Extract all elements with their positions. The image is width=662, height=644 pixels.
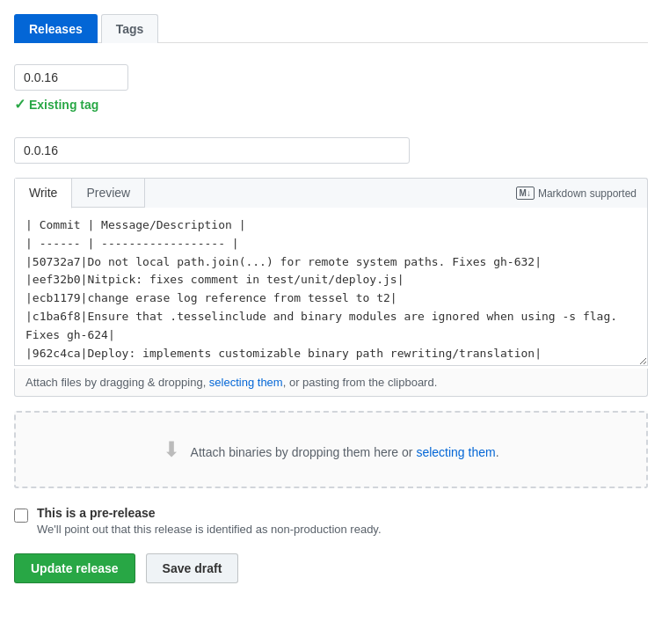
editor-tab-group: Write Preview	[15, 179, 145, 208]
checkmark-icon: ✓	[14, 96, 25, 113]
release-notes-textarea[interactable]: | Commit | Message/Description | | -----…	[14, 208, 648, 366]
select-binaries-link[interactable]: selecting them	[416, 445, 495, 459]
tab-preview[interactable]: Preview	[72, 179, 145, 208]
drop-arrow-icon: ⬇	[163, 437, 180, 461]
select-files-link[interactable]: selecting them	[209, 376, 283, 389]
tag-input[interactable]	[14, 64, 128, 91]
existing-tag-label: ✓ Existing tag	[14, 96, 648, 113]
tab-tags[interactable]: Tags	[101, 14, 159, 43]
attach-files-note: Attach files by dragging & dropping, sel…	[14, 369, 648, 397]
save-draft-button[interactable]: Save draft	[146, 553, 239, 583]
prerelease-info: This is a pre-release We'll point out th…	[37, 506, 382, 536]
editor-section: Write Preview M↓ Markdown supported | Co…	[14, 178, 648, 397]
target-section	[14, 127, 648, 164]
tag-section: ✓ Existing tag	[14, 64, 648, 113]
tab-write[interactable]: Write	[15, 179, 72, 209]
tab-releases[interactable]: Releases	[14, 14, 98, 43]
markdown-icon: M↓	[516, 187, 535, 200]
update-release-button[interactable]: Update release	[14, 553, 135, 583]
prerelease-label[interactable]: This is a pre-release	[37, 506, 156, 520]
target-input[interactable]	[14, 137, 410, 164]
tab-bar: Releases Tags	[14, 14, 648, 43]
markdown-label: M↓ Markdown supported	[516, 187, 637, 200]
binary-dropzone[interactable]: ⬇ Attach binaries by dropping them here …	[14, 411, 648, 488]
prerelease-description: We'll point out that this release is ide…	[37, 523, 382, 536]
action-buttons: Update release Save draft	[14, 553, 648, 583]
prerelease-checkbox[interactable]	[14, 509, 28, 523]
prerelease-section: This is a pre-release We'll point out th…	[14, 506, 648, 536]
editor-tab-bar: Write Preview M↓ Markdown supported	[14, 178, 648, 208]
